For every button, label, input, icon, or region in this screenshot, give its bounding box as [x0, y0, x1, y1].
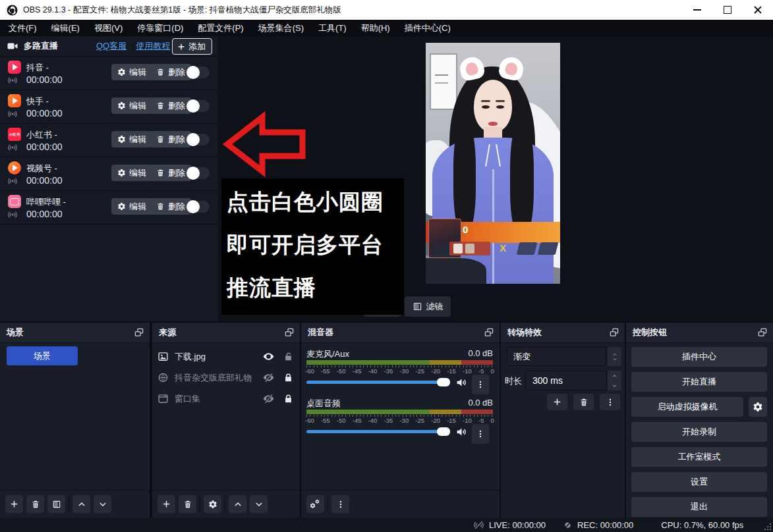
- speaker-icon[interactable]: [455, 426, 467, 438]
- remove-transition-button[interactable]: [573, 394, 594, 410]
- signal-icon: [7, 142, 18, 153]
- signal-icon: [7, 209, 18, 220]
- edit-button[interactable]: 编辑: [111, 97, 152, 114]
- scene-item-selected[interactable]: 场景: [7, 346, 78, 365]
- delete-button[interactable]: 删除: [150, 131, 191, 147]
- edit-button[interactable]: 编辑: [111, 165, 152, 181]
- add-source-button[interactable]: [157, 495, 175, 513]
- channel-options-button[interactable]: [472, 375, 489, 394]
- add-scene-button[interactable]: [5, 495, 23, 513]
- source-up-button[interactable]: [229, 495, 246, 513]
- settings-button[interactable]: 设置: [631, 472, 767, 492]
- source-row-image[interactable]: 下载.jpg: [152, 346, 300, 367]
- source-row-window[interactable]: 窗口集: [152, 388, 300, 409]
- menu-tools[interactable]: 工具(T): [311, 20, 354, 36]
- scene-filters-button[interactable]: [47, 495, 65, 513]
- eye-slash-icon[interactable]: [262, 371, 275, 384]
- close-button[interactable]: [743, 0, 773, 20]
- menu-profile[interactable]: 配置文件(P): [190, 20, 250, 36]
- duration-input[interactable]: 300 ms: [525, 371, 607, 390]
- tutorial-link[interactable]: 使用教程: [136, 40, 170, 52]
- volume-slider[interactable]: [306, 430, 450, 433]
- remove-scene-button[interactable]: [26, 495, 44, 513]
- popout-icon[interactable]: [284, 327, 295, 338]
- meter-tick-label: -20: [431, 417, 440, 424]
- game-slot-2: [538, 242, 559, 255]
- controls-title: 控制按钮: [633, 327, 667, 338]
- maximize-button[interactable]: [712, 0, 743, 20]
- volume-slider[interactable]: [306, 381, 450, 384]
- stream-toggle[interactable]: [188, 167, 210, 179]
- studio-mode-button[interactable]: 工作室模式: [631, 447, 767, 467]
- advanced-audio-button[interactable]: [306, 495, 324, 513]
- transition-options-button[interactable]: [600, 394, 620, 410]
- volume-slider-knob[interactable]: [437, 427, 450, 436]
- menu-view[interactable]: 视图(V): [87, 20, 130, 36]
- edit-button[interactable]: 编辑: [111, 64, 152, 80]
- eye-icon[interactable]: [262, 350, 275, 363]
- qq-support-link[interactable]: QQ客服: [96, 40, 127, 52]
- edit-button[interactable]: 编辑: [111, 198, 152, 215]
- stream-timer: 00:00:00: [26, 74, 63, 85]
- stream-row-shipinhao: 视频号 - 00:00:00 编辑 删除: [0, 157, 217, 191]
- mixer-options-button[interactable]: [331, 495, 349, 513]
- delete-button[interactable]: 删除: [150, 97, 191, 114]
- menu-scene-collection[interactable]: 场景集合(S): [251, 20, 311, 36]
- menu-edit[interactable]: 编辑(E): [44, 20, 87, 36]
- speaker-icon[interactable]: [455, 377, 467, 388]
- signal-icon: [7, 176, 18, 186]
- virtual-camera-config-button[interactable]: [749, 397, 767, 417]
- popout-icon[interactable]: [609, 327, 619, 338]
- channel-options-button[interactable]: [472, 424, 489, 444]
- menu-docks[interactable]: 停靠窗口(D): [130, 20, 190, 36]
- edit-button[interactable]: 编辑: [111, 131, 152, 147]
- signal-icon: [7, 75, 18, 86]
- delete-button[interactable]: 删除: [150, 64, 191, 80]
- popout-icon[interactable]: [484, 327, 494, 338]
- source-properties-button[interactable]: [204, 495, 221, 513]
- plugin-center-button[interactable]: 插件中心: [631, 347, 767, 367]
- source-row-browser[interactable]: 抖音杂交版底部礼物: [152, 367, 300, 388]
- resize-grip[interactable]: [764, 523, 771, 530]
- meter-tick-label: -20: [431, 367, 440, 375]
- source-down-button[interactable]: [250, 495, 268, 513]
- start-virtual-camera-button[interactable]: 启动虚拟摄像机: [631, 397, 743, 417]
- remove-source-button[interactable]: [179, 495, 196, 513]
- multistream-header: 多路直播 QQ客服 使用教程 添加: [0, 36, 217, 57]
- picture-frame: [430, 53, 457, 110]
- eye-slash-icon[interactable]: [262, 392, 275, 405]
- popout-icon[interactable]: [757, 327, 768, 338]
- scene-up-button[interactable]: [72, 495, 90, 513]
- lock-icon[interactable]: [283, 394, 293, 404]
- add-transition-button[interactable]: [547, 394, 567, 410]
- add-stream-button[interactable]: 添加: [172, 38, 212, 55]
- scene-down-button[interactable]: [94, 495, 111, 513]
- delete-button[interactable]: 删除: [150, 165, 191, 181]
- popout-icon[interactable]: [134, 327, 144, 338]
- volume-slider-knob[interactable]: [437, 378, 450, 386]
- filters-button[interactable]: 滤镜: [405, 296, 451, 317]
- start-recording-button[interactable]: 开始录制: [631, 422, 767, 442]
- menu-help[interactable]: 帮助(H): [354, 20, 397, 36]
- duration-spinner-arrows[interactable]: [608, 371, 621, 390]
- annotation-line-3: 推流直播: [227, 264, 404, 307]
- menu-plugin-center[interactable]: 插件中心(C): [397, 20, 458, 36]
- stream-toggle[interactable]: [188, 201, 210, 213]
- lock-icon[interactable]: [283, 373, 293, 383]
- transition-select-arrows[interactable]: [608, 347, 621, 366]
- minimize-button[interactable]: [682, 0, 712, 20]
- trash-icon: [156, 202, 165, 211]
- trash-icon: [579, 398, 588, 407]
- stream-row-douyin: 抖音 - 00:00:00 编辑 删除: [0, 57, 217, 90]
- stream-toggle[interactable]: [188, 100, 210, 112]
- meter-tick-label: -40: [368, 417, 378, 424]
- menu-file[interactable]: 文件(F): [1, 20, 44, 36]
- exit-button[interactable]: 退出: [631, 497, 767, 517]
- window-title: OBS 29.1.3 - 配置文件: 植物大战姜丝第1版 - 场景: 抖音植物大…: [23, 5, 341, 16]
- start-streaming-button[interactable]: 开始直播: [631, 372, 767, 392]
- unlock-icon[interactable]: [283, 352, 293, 361]
- stream-toggle[interactable]: [188, 66, 210, 78]
- stream-toggle[interactable]: [188, 134, 210, 146]
- transition-select[interactable]: 渐变: [507, 347, 606, 366]
- delete-button[interactable]: 删除: [150, 198, 191, 215]
